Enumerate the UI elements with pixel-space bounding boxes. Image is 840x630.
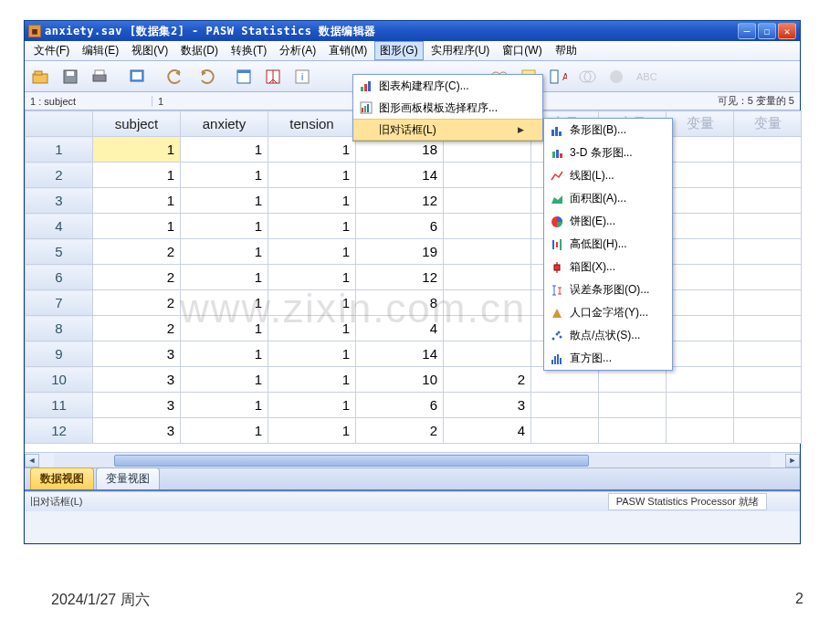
cell[interactable]: 14	[356, 163, 444, 188]
tb-goto-var-icon[interactable]	[260, 65, 286, 89]
menu-utilities[interactable]: 实用程序(U)	[425, 41, 496, 60]
cell[interactable]: 2	[93, 290, 181, 316]
cell[interactable]	[734, 214, 802, 239]
row-header[interactable]: 1	[26, 137, 93, 163]
tb-goto-case-icon[interactable]	[231, 65, 257, 89]
data-grid[interactable]: subject anxiety tension score trial 变量 变…	[25, 110, 800, 467]
cell[interactable]: 1	[268, 290, 356, 316]
cell[interactable]: 1	[93, 188, 181, 214]
cell[interactable]: 2	[356, 418, 444, 444]
row-header[interactable]: 10	[26, 367, 93, 393]
cell[interactable]	[667, 316, 734, 341]
submenu-line[interactable]: 线图(L)...	[544, 164, 672, 187]
cell[interactable]	[667, 239, 734, 265]
cell[interactable]: 1	[268, 214, 356, 239]
cell[interactable]: 3	[93, 367, 181, 393]
menu-help[interactable]: 帮助	[550, 41, 583, 60]
cell[interactable]	[531, 418, 599, 444]
cell[interactable]: 1	[181, 393, 268, 418]
cell[interactable]: 12	[356, 188, 444, 214]
cell[interactable]	[734, 316, 802, 341]
cell[interactable]: 1	[93, 214, 181, 239]
tb-spellcheck-icon[interactable]: ABC	[633, 65, 658, 89]
cell[interactable]: 1	[181, 214, 268, 239]
maximize-button[interactable]: ☐	[758, 23, 776, 39]
cell[interactable]	[667, 214, 734, 239]
cell[interactable]: 1	[268, 137, 356, 163]
cell[interactable]	[599, 393, 667, 418]
menu-data[interactable]: 数据(D)	[175, 41, 224, 60]
cell[interactable]: 1	[181, 265, 268, 290]
scroll-right-button[interactable]: ►	[785, 454, 800, 467]
cell[interactable]: 1	[93, 137, 181, 163]
tb-use-sets-icon[interactable]: A	[545, 65, 571, 89]
tb-dialog-recall-icon[interactable]	[125, 65, 151, 89]
cell[interactable]	[444, 341, 531, 367]
minimize-button[interactable]: ─	[738, 23, 756, 39]
scroll-thumb[interactable]	[114, 455, 589, 467]
cell[interactable]: 3	[93, 393, 181, 418]
row-header[interactable]: 4	[26, 214, 93, 239]
cell[interactable]: 2	[93, 239, 181, 265]
scroll-track[interactable]	[54, 454, 771, 467]
menu-analyze[interactable]: 分析(A)	[274, 41, 321, 60]
cell[interactable]	[667, 188, 734, 214]
cell[interactable]: 1	[181, 137, 268, 163]
row-header[interactable]: 9	[26, 341, 93, 367]
cell[interactable]: 1	[181, 367, 268, 393]
tab-variable-view[interactable]: 变量视图	[96, 467, 160, 489]
col-anxiety[interactable]: anxiety	[181, 111, 268, 137]
cell[interactable]: 2	[93, 316, 181, 341]
submenu-3dbar[interactable]: 3-D 条形图...	[544, 142, 672, 164]
cell[interactable]	[734, 265, 802, 290]
cell[interactable]	[444, 265, 531, 290]
cell[interactable]	[444, 214, 531, 239]
horizontal-scrollbar[interactable]: ◄ ►	[25, 452, 800, 467]
cell[interactable]: 1	[93, 163, 181, 188]
col-empty[interactable]: 变量	[734, 111, 802, 137]
cell[interactable]: 10	[356, 367, 444, 393]
cell[interactable]	[531, 393, 599, 418]
cell[interactable]	[734, 239, 802, 265]
row-header[interactable]: 7	[26, 290, 93, 316]
cell[interactable]: 3	[93, 341, 181, 367]
tb-select-icon[interactable]	[574, 65, 600, 89]
tb-undo-icon[interactable]	[163, 65, 189, 89]
cell[interactable]: 8	[356, 290, 444, 316]
cell[interactable]: 1	[268, 163, 356, 188]
tb-print-icon[interactable]	[87, 65, 112, 89]
cell[interactable]: 3	[444, 393, 531, 418]
cell[interactable]	[667, 418, 734, 444]
menu-file[interactable]: 文件(F)	[28, 41, 75, 60]
cell[interactable]	[667, 341, 734, 367]
menu-legacy-dialogs[interactable]: 旧对话框(L) ▶	[353, 119, 542, 141]
cell[interactable]	[667, 137, 734, 163]
row-header[interactable]: 2	[26, 163, 93, 188]
menu-view[interactable]: 视图(V)	[126, 41, 173, 60]
menu-chart-builder[interactable]: 图表构建程序(C)...	[353, 75, 542, 97]
cell[interactable]: 3	[93, 418, 181, 444]
cell[interactable]: 1	[181, 239, 268, 265]
col-tension[interactable]: tension	[268, 111, 356, 137]
tab-data-view[interactable]: 数据视图	[30, 467, 94, 489]
tb-split-icon[interactable]	[604, 65, 629, 89]
cell[interactable]: 19	[356, 239, 444, 265]
menu-template-chooser[interactable]: 图形画板模板选择程序...	[353, 97, 542, 119]
submenu-histogram[interactable]: 直方图...	[544, 347, 672, 370]
tb-redo-icon[interactable]	[193, 65, 218, 89]
tb-variables-icon[interactable]: i	[289, 65, 315, 89]
cell[interactable]	[444, 239, 531, 265]
cell[interactable]	[444, 290, 531, 316]
cell[interactable]: 1	[181, 188, 268, 214]
tb-open-icon[interactable]	[28, 65, 54, 89]
row-header[interactable]: 8	[26, 316, 93, 341]
cell[interactable]	[444, 163, 531, 188]
cell[interactable]: 1	[181, 341, 268, 367]
submenu-bar[interactable]: 条形图(B)...	[544, 119, 672, 142]
submenu-highlow[interactable]: 高低图(H)...	[544, 233, 672, 256]
cell[interactable]: 6	[356, 214, 444, 239]
cell[interactable]	[444, 316, 531, 341]
submenu-boxplot[interactable]: 箱图(X)...	[544, 256, 672, 278]
menu-window[interactable]: 窗口(W)	[497, 41, 547, 60]
submenu-errorbar[interactable]: 误差条形图(O)...	[544, 278, 672, 301]
